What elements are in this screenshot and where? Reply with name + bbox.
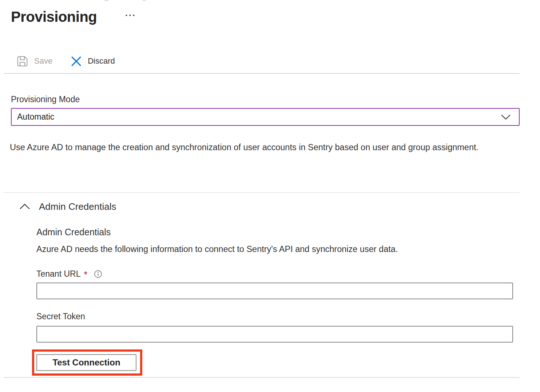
discard-button-label: Discard [88, 56, 115, 66]
admin-credentials-description: Azure AD needs the following information… [36, 244, 398, 254]
save-button-label: Save [34, 56, 52, 66]
clipped-breadcrumb-remnant [104, 0, 108, 1]
secret-token-input[interactable] [36, 326, 513, 343]
admin-credentials-section-header[interactable]: Admin Credentials [19, 200, 116, 213]
required-asterisk: * [84, 269, 87, 280]
discard-x-icon [71, 56, 82, 67]
tenant-url-label: Tenant URL [36, 269, 80, 279]
bottom-divider [4, 377, 520, 378]
secret-token-label: Secret Token [36, 312, 85, 321]
tenant-url-label-row: Tenant URL * [36, 268, 102, 280]
section-title: Admin Credentials [39, 201, 116, 212]
admin-credentials-heading: Admin Credentials [36, 227, 111, 237]
save-button[interactable]: Save [16, 55, 52, 67]
section-divider [4, 192, 520, 193]
provisioning-mode-label: Provisioning Mode [11, 95, 80, 104]
provisioning-mode-description: Use Azure AD to manage the creation and … [10, 140, 483, 155]
chevron-up-icon [19, 203, 30, 210]
command-bar: Save Discard [16, 52, 115, 70]
more-menu-button[interactable]: ··· [125, 10, 136, 20]
discard-button[interactable]: Discard [71, 56, 115, 67]
chevron-down-icon [501, 114, 511, 120]
toolbar-divider [4, 73, 520, 74]
tenant-url-input[interactable] [36, 283, 513, 299]
clipped-breadcrumb-remnant [143, 0, 146, 1]
page-title: Provisioning [11, 9, 97, 25]
provisioning-mode-dropdown[interactable]: Automatic [11, 108, 520, 126]
provisioning-page: Provisioning ··· Save Discard Prov [0, 0, 540, 392]
save-icon [16, 55, 28, 67]
provisioning-mode-value: Automatic [17, 112, 54, 122]
test-connection-button[interactable]: Test Connection [36, 354, 136, 371]
info-icon[interactable] [94, 270, 102, 278]
ellipsis-icon: ··· [125, 10, 136, 20]
